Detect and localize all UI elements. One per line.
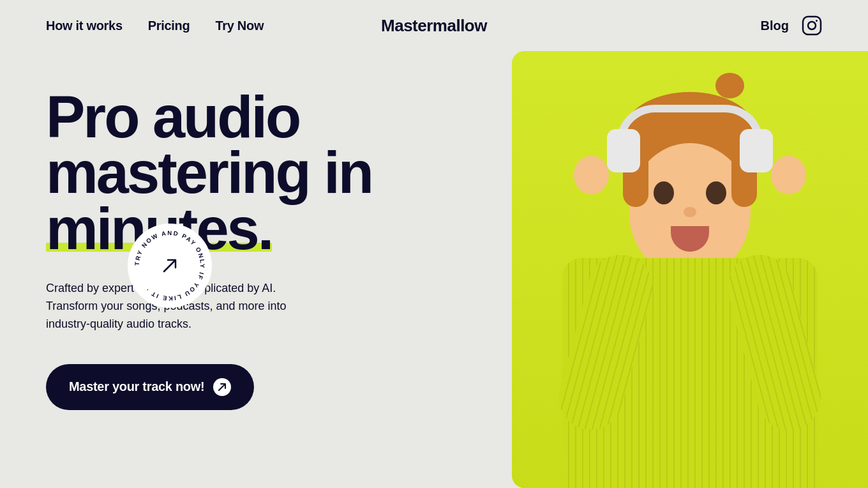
cta-button-label: Master your track now!: [69, 379, 204, 394]
badge-arrow: [158, 254, 182, 278]
svg-point-2: [816, 20, 818, 22]
circular-badge[interactable]: TRY NOW AND PAY ONLY IF YOU LIKE IT ·: [128, 224, 212, 308]
person-figure: [550, 92, 830, 488]
hero-section: Pro audio mastering in minutes. Crafted …: [0, 51, 868, 488]
right-eye: [706, 181, 726, 204]
hero-left-content: Pro audio mastering in minutes. Crafted …: [46, 89, 416, 410]
nose: [684, 207, 696, 217]
brand-logo-area: Mastermallow: [381, 16, 487, 36]
headphone-left-cup: [607, 129, 640, 172]
navbar: How it works Pricing Try Now Mastermallo…: [0, 0, 868, 51]
left-hand: [574, 156, 609, 194]
hero-title-line3: minutes.: [46, 201, 416, 257]
nav-link-how-it-works[interactable]: How it works: [46, 19, 123, 33]
hero-image-panel: [512, 51, 868, 488]
nav-link-blog[interactable]: Blog: [761, 19, 789, 33]
badge-arrow-icon: [161, 257, 179, 275]
headphones: [607, 105, 773, 175]
hero-title: Pro audio mastering in minutes.: [46, 89, 416, 257]
nav-right: Blog: [761, 15, 822, 36]
hair-bun: [715, 73, 744, 98]
hero-title-line1: Pro audio: [46, 89, 416, 145]
nav-left: How it works Pricing Try Now: [46, 19, 264, 33]
hero-image-bg: [512, 51, 868, 488]
headphone-right-cup: [740, 129, 773, 172]
svg-rect-0: [803, 17, 821, 34]
cta-button[interactable]: Master your track now!: [46, 364, 254, 410]
svg-point-1: [808, 22, 816, 29]
nav-link-try-now[interactable]: Try Now: [215, 19, 264, 33]
mouth: [671, 226, 709, 252]
hero-title-line2: mastering in: [46, 145, 416, 201]
left-eye: [654, 181, 674, 204]
badge-inner: TRY NOW AND PAY ONLY IF YOU LIKE IT ·: [128, 224, 212, 308]
right-hand: [771, 156, 806, 194]
cta-arrow-icon: [213, 378, 231, 396]
nav-link-pricing[interactable]: Pricing: [148, 19, 190, 33]
instagram-icon[interactable]: [802, 15, 822, 36]
brand-name[interactable]: Mastermallow: [381, 16, 487, 35]
